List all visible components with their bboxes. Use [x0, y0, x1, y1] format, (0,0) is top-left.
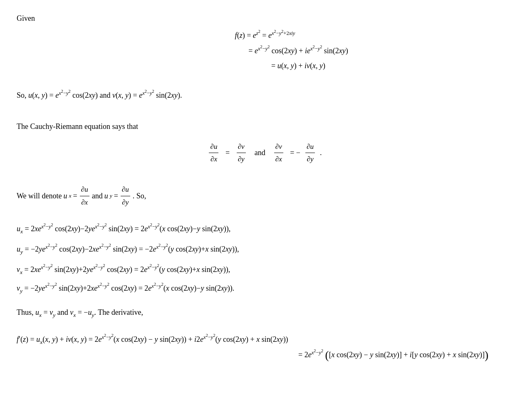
uy-equation: uy = −2yex2−y2 cos(2xy)−2xex2−y2 sin(2xy… — [17, 243, 513, 255]
derivative-eq1: f′(z) = ux(x, y) + iv(x, y) = 2ex2−y2(x … — [17, 334, 513, 346]
so-section: So, u(x, y) = ex2−y2 cos(2xy) and v(x, y… — [17, 89, 513, 101]
vy-equation: vy = −2yex2−y2 sin(2xy)+2xex2−y2 cos(2xy… — [17, 282, 513, 294]
period-1: . — [320, 147, 322, 159]
cr-equation: ∂u ∂x = ∂v ∂y and ∂v ∂x = − ∂u ∂y . — [17, 141, 513, 165]
uy-text: uy = −2yex2−y2 cos(2xy)−2xex2−y2 sin(2xy… — [17, 243, 239, 255]
given-label: Given — [17, 14, 35, 22]
eq2: = ex2−y2 cos(2xy) + iex2−y2 sin(2xy) — [248, 45, 348, 57]
frac-dv-dy: ∂v ∂y — [237, 141, 246, 165]
ux-equation: ux = 2xex2−y2 cos(2xy)−2yex2−y2 sin(2xy)… — [17, 223, 513, 235]
eq-sign-2: = − — [288, 147, 300, 159]
and-1: and — [251, 147, 269, 159]
frac-du-dy: ∂u ∂y — [305, 141, 315, 165]
frac-du-dx-2: ∂u ∂x — [80, 184, 89, 208]
cauchy-text: The Cauchy-Riemann equation says that — [17, 122, 138, 131]
derivative-eq2: = 2ex2−y2 ([x cos(2xy) − y sin(2xy)] + i… — [17, 349, 513, 361]
eq1-row: f(z) = ez2 = ex2−y2+2xiy — [17, 30, 513, 42]
vx-text: vx = 2xex2−y2 sin(2xy)+2yex2−y2 cos(2xy)… — [17, 264, 230, 276]
eq-sign-1: = — [223, 147, 231, 159]
frac-du-dx: ∂u ∂x — [209, 141, 218, 165]
eq2-row: = ex2−y2 cos(2xy) + iex2−y2 sin(2xy) — [17, 45, 513, 57]
thus-text: Thus, ux = vy and vx = −uy. The derivati… — [17, 308, 143, 316]
deriv2-text: = 2ex2−y2 ([x cos(2xy) − y sin(2xy)] + i… — [298, 349, 488, 361]
so-text: So, u(x, y) = ex2−y2 cos(2xy) and v(x, y… — [17, 91, 182, 99]
deriv1-text: f′(z) = ux(x, y) + iv(x, y) = 2ex2−y2(x … — [17, 334, 288, 346]
denote-section: We will denote ux = ∂u ∂x and uy = ∂u ∂y… — [17, 184, 513, 208]
cauchy-section: The Cauchy-Riemann equation says that — [17, 121, 513, 133]
frac-dv-dx: ∂v ∂x — [274, 141, 283, 165]
thus-section: Thus, ux = vy and vx = −uy. The derivati… — [17, 306, 513, 319]
ux-text: ux = 2xex2−y2 cos(2xy)−2yex2−y2 sin(2xy)… — [17, 223, 230, 235]
given-section: Given — [17, 12, 513, 25]
vx-equation: vx = 2xex2−y2 sin(2xy)+2yex2−y2 cos(2xy)… — [17, 264, 513, 276]
denote-text: We will denote ux = ∂u ∂x and uy = ∂u ∂y… — [17, 184, 146, 208]
eq3: = u(x, y) + iv(x, y) — [271, 60, 325, 72]
vy-text: vy = −2yex2−y2 sin(2xy)+2xex2−y2 cos(2xy… — [17, 282, 234, 294]
eq3-row: = u(x, y) + iv(x, y) — [17, 60, 513, 72]
frac-du-dy-2: ∂u ∂y — [121, 184, 130, 208]
eq1: f(z) = ez2 = ex2−y2+2xiy — [235, 30, 295, 42]
document-content: Given f(z) = ez2 = ex2−y2+2xiy = ex2−y2 … — [17, 12, 513, 361]
